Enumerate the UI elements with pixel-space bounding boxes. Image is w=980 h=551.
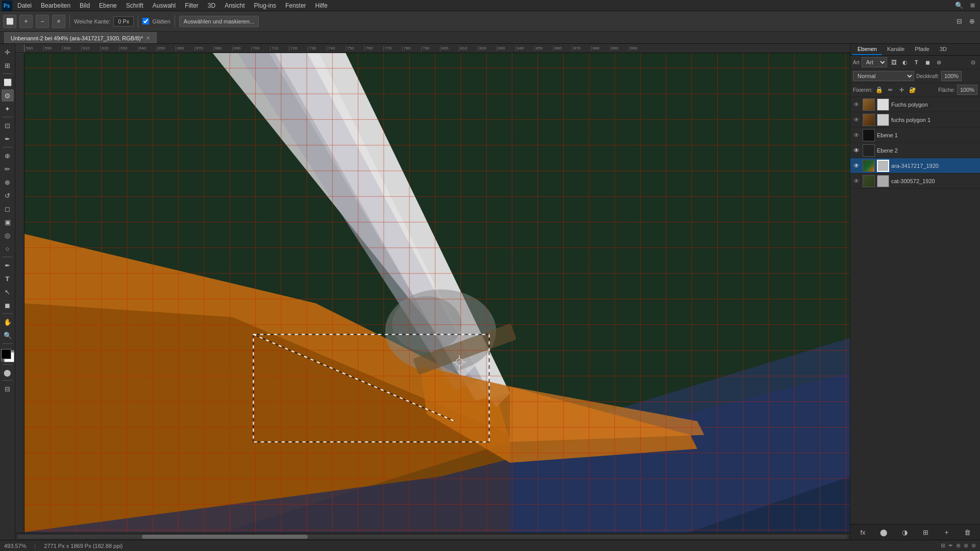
menu-item-datei[interactable]: Datei xyxy=(13,0,36,11)
subtract-selection-btn[interactable]: − xyxy=(36,15,49,28)
menu-item-ebene[interactable]: Ebene xyxy=(95,0,121,11)
ruler-left xyxy=(15,53,24,533)
menu-item-ansicht[interactable]: Ansicht xyxy=(220,0,249,11)
status-icon-3[interactable]: ⊕ xyxy=(956,542,961,549)
layer-item-ebene-2[interactable]: 👁 Ebene 2 xyxy=(850,143,980,158)
quick-mask-tool[interactable]: ⬤ xyxy=(2,367,13,378)
filter-smart-icon[interactable]: ⊛ xyxy=(934,58,943,67)
glaetten-checkbox[interactable] xyxy=(142,18,149,24)
menu-item-fenster[interactable]: Fenster xyxy=(281,0,310,11)
magic-wand-tool[interactable]: ✦ xyxy=(2,103,14,115)
layer-visibility-fuchs-polygon-1[interactable]: 👁 xyxy=(852,116,861,124)
tab-close-icon[interactable]: ✕ xyxy=(146,34,150,43)
history-brush-tool[interactable]: ↺ xyxy=(2,189,14,202)
layer-visibility-fuchs-polygon[interactable]: 👁 xyxy=(852,101,861,109)
status-icon-1[interactable]: ⊞ xyxy=(941,542,945,549)
color-swatches: ⇄ ⊡ xyxy=(1,349,14,362)
blur-tool[interactable]: ◎ xyxy=(2,229,14,241)
filter-pixel-icon[interactable]: 🖼 xyxy=(889,58,898,67)
filter-adjust-icon[interactable]: ◐ xyxy=(900,58,910,67)
menu-item-schrift[interactable]: Schrift xyxy=(122,0,148,11)
smooth-input[interactable] xyxy=(113,16,134,27)
layer-visibility-ebene-1[interactable]: 👁 xyxy=(852,131,861,139)
eraser-tool[interactable]: ◻ xyxy=(2,203,14,215)
zoom-control-btn[interactable]: ⊕ xyxy=(967,17,977,25)
filter-type-icon[interactable]: T xyxy=(912,58,921,67)
status-icon-5[interactable]: ⊛ xyxy=(971,542,976,549)
zoom-tool[interactable]: 🔍 xyxy=(2,329,14,341)
menu-item-bearbeiten[interactable]: Bearbeiten xyxy=(37,0,75,11)
lock-all-icon[interactable]: 🔐 xyxy=(908,85,917,94)
shape-tool[interactable]: ◼ xyxy=(2,299,14,311)
lock-transparency-icon[interactable]: 🔒 xyxy=(874,85,884,94)
menu-item-filter[interactable]: Filter xyxy=(181,0,203,11)
dodge-tool[interactable]: ○ xyxy=(2,242,14,255)
layer-visibility-ara[interactable]: 👁 xyxy=(852,162,861,170)
color-switch-icon[interactable]: ⇄ xyxy=(11,349,14,354)
menu-item-auswahl[interactable]: Auswahl xyxy=(149,0,180,11)
tab-pfade[interactable]: Pfade xyxy=(910,44,935,55)
layer-name-fuchs-polygon: Fuchs polygon xyxy=(891,102,978,108)
add-selection-btn[interactable]: + xyxy=(19,15,33,28)
layer-item-ara[interactable]: 👁 ara-3417217_1920 xyxy=(850,158,980,173)
layer-item-fuchs-polygon[interactable]: 👁 Fuchs polygon xyxy=(850,97,980,112)
select-mask-button[interactable]: Auswählen und maskieren... xyxy=(179,16,259,27)
arrange-btn[interactable]: ⊟ xyxy=(954,17,964,25)
gradient-tool[interactable]: ▣ xyxy=(2,216,14,228)
crop-tool[interactable]: ⊡ xyxy=(2,119,14,132)
lasso-tool[interactable]: ⊙ xyxy=(2,89,14,102)
layer-item-fuchs-polygon-1[interactable]: 👁 fuchs polygon 1 xyxy=(850,112,980,128)
opacity-input[interactable] xyxy=(941,71,962,81)
opacity-label: Deckkraft: xyxy=(916,73,939,79)
document-dimensions: 2771 Px x 1869 Px (182.88 ppi) xyxy=(44,543,122,549)
stamp-tool[interactable]: ⊗ xyxy=(2,176,14,188)
menu-item-3d[interactable]: 3D xyxy=(204,0,219,11)
canvas-container[interactable] xyxy=(24,53,850,533)
menu-item-hilfe[interactable]: Hilfe xyxy=(311,0,332,11)
screen-mode-btn[interactable]: ⊟ xyxy=(2,383,14,395)
canvas-area-wrapper: 580 590 600 610 620 630 640 650 660 670 … xyxy=(15,44,850,540)
status-icon-4[interactable]: ⊗ xyxy=(964,542,968,549)
layer-adjustment-btn[interactable]: ◑ xyxy=(899,527,911,538)
layer-group-btn[interactable]: ⊞ xyxy=(920,527,932,538)
layer-mask-btn[interactable]: ⬤ xyxy=(878,527,890,538)
menu-item-plugins[interactable]: Plug-ins xyxy=(250,0,280,11)
heal-tool[interactable]: ⊕ xyxy=(2,149,14,162)
layer-fx-btn[interactable]: fx xyxy=(857,527,869,538)
layer-item-cat[interactable]: 👁 cat-300572_1920 xyxy=(850,173,980,189)
artboard-tool[interactable]: ⊞ xyxy=(2,59,14,71)
filter-shape-icon[interactable]: ◼ xyxy=(923,58,932,67)
rect-select-tool[interactable]: ⬜ xyxy=(2,76,14,88)
tab-ebenen[interactable]: Ebenen xyxy=(852,44,882,55)
horizontal-scrollbar[interactable] xyxy=(15,533,850,540)
layer-visibility-ebene-2[interactable]: 👁 xyxy=(852,146,861,155)
kind-select[interactable]: Art xyxy=(862,57,888,67)
layer-visibility-cat[interactable]: 👁 xyxy=(852,177,861,185)
move-tool[interactable]: ✛ xyxy=(2,46,14,58)
hand-tool[interactable]: ✋ xyxy=(2,316,14,328)
intersect-selection-btn[interactable]: × xyxy=(52,15,65,28)
status-icon-2[interactable]: ✒ xyxy=(948,542,953,549)
layer-item-ebene-1[interactable]: 👁 Ebene 1 xyxy=(850,128,980,143)
layer-new-btn[interactable]: + xyxy=(941,527,952,538)
tab-3d[interactable]: 3D xyxy=(935,44,952,55)
new-selection-btn[interactable]: ⬜ xyxy=(3,15,16,28)
text-tool[interactable]: T xyxy=(2,272,14,285)
lock-position-icon[interactable]: ✛ xyxy=(897,85,906,94)
path-select-tool[interactable]: ↖ xyxy=(2,286,14,298)
eyedropper-tool[interactable]: ✒ xyxy=(2,133,14,145)
blend-mode-select[interactable]: Normal Aufhellen Multiplizieren xyxy=(853,71,914,81)
layer-delete-btn[interactable]: 🗑 xyxy=(962,527,973,538)
document-tab[interactable]: Unbenannt-2 bei 494% (ara-3417217_1920, … xyxy=(4,32,157,43)
filter-toggle[interactable]: ⊙ xyxy=(968,58,977,67)
canvas-image xyxy=(24,53,850,533)
menu-item-bild[interactable]: Bild xyxy=(76,0,94,11)
lock-pixels-icon[interactable]: ✏ xyxy=(886,85,895,94)
fill-input[interactable] xyxy=(957,85,977,95)
brush-tool[interactable]: ✏ xyxy=(2,163,14,175)
fg-color-swatch[interactable] xyxy=(1,349,11,359)
workspace-btn[interactable]: ⊞ xyxy=(967,2,978,9)
pen-tool[interactable]: ✒ xyxy=(2,259,14,271)
search-btn[interactable]: 🔍 xyxy=(952,2,966,9)
tab-kanale[interactable]: Kanäle xyxy=(882,44,910,55)
